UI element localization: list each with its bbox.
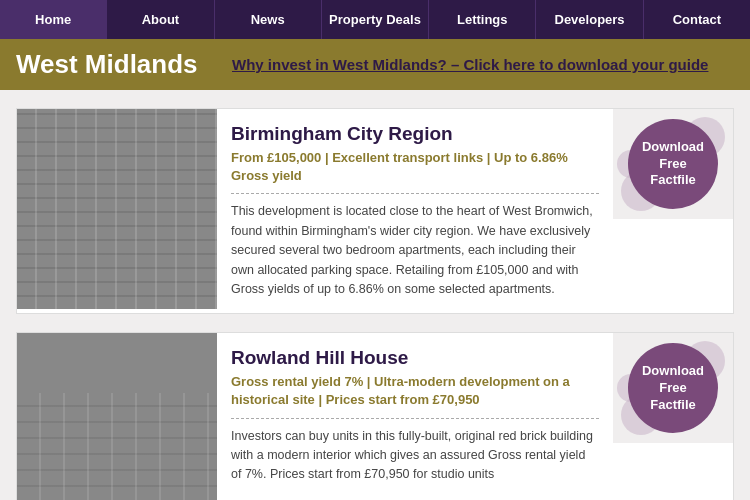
download-line3: Factfile [650, 172, 696, 189]
birmingham-download-area: Download Free Factfile [613, 109, 733, 219]
birmingham-subtitle: From £105,000 | Excellent transport link… [231, 149, 599, 185]
card-divider [231, 193, 599, 194]
image-placeholder [17, 109, 217, 309]
property-card-rowland: Rowland Hill House Gross rental yield 7%… [16, 332, 734, 500]
birmingham-title: Birmingham City Region [231, 123, 599, 145]
property-list: Birmingham City Region From £105,000 | E… [0, 90, 750, 500]
nav-news[interactable]: News [215, 0, 322, 39]
nav-lettings[interactable]: Lettings [429, 0, 536, 39]
rowland-subtitle: Gross rental yield 7% | Ultra-modern dev… [231, 373, 599, 409]
rowland-card-body: Rowland Hill House Gross rental yield 7%… [217, 333, 613, 499]
nav-property-deals[interactable]: Property Deals [322, 0, 429, 39]
birmingham-download-button[interactable]: Download Free Factfile [628, 119, 718, 209]
download-line1-2: Download [642, 363, 704, 380]
birmingham-description: This development is located close to the… [231, 202, 599, 299]
rowland-download-button[interactable]: Download Free Factfile [628, 343, 718, 433]
rowland-download-area: Download Free Factfile [613, 333, 733, 443]
birmingham-image [17, 109, 217, 309]
nav-developers[interactable]: Developers [536, 0, 643, 39]
birmingham-card-body: Birmingham City Region From £105,000 | E… [217, 109, 613, 313]
rowland-description: Investors can buy units in this fully-bu… [231, 427, 599, 485]
image-placeholder-2 [17, 333, 217, 500]
download-line3-2: Factfile [650, 397, 696, 414]
region-title: West Midlands [16, 49, 216, 80]
card-divider-2 [231, 418, 599, 419]
property-card-birmingham: Birmingham City Region From £105,000 | E… [16, 108, 734, 314]
download-line2-2: Free [659, 380, 686, 397]
nav-contact[interactable]: Contact [644, 0, 750, 39]
nav-about[interactable]: About [107, 0, 214, 39]
nav-home[interactable]: Home [0, 0, 107, 39]
download-line2: Free [659, 156, 686, 173]
invest-link[interactable]: Why invest in West Midlands? – Click her… [232, 56, 708, 73]
download-line1: Download [642, 139, 704, 156]
rowland-image [17, 333, 217, 500]
header-banner: West Midlands Why invest in West Midland… [0, 39, 750, 90]
rowland-title: Rowland Hill House [231, 347, 599, 369]
main-nav: Home About News Property Deals Lettings … [0, 0, 750, 39]
